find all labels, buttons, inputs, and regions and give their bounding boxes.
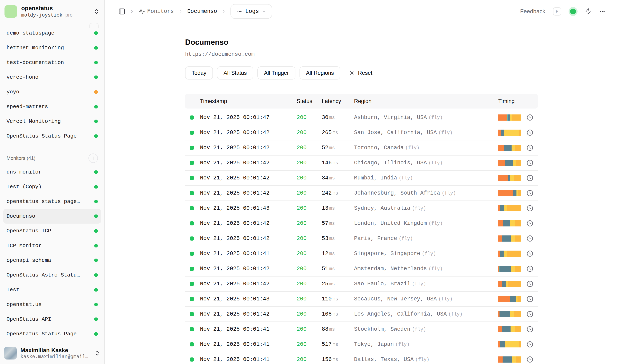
view-selector-logs[interactable]: Logs [231,4,272,19]
timing-bar[interactable] [498,160,521,166]
sidebar-item[interactable]: speed-matters [3,99,101,114]
timing-bar[interactable] [498,115,521,121]
table-row[interactable]: Nov 21, 2025 00:01:43 200 110ms Secaucus… [185,292,538,307]
timing-bar[interactable] [498,190,521,196]
add-monitor-button[interactable] [89,154,98,163]
timing-bar[interactable] [498,251,521,257]
status-cell: 200 [297,190,322,196]
table-row[interactable]: Nov 21, 2025 00:01:42 200 34ms Mumbai, I… [185,171,538,186]
workspace-switcher[interactable]: openstatus moldy-joystick pro [0,0,104,23]
sidebar-item[interactable]: OpenStatus Status Page [3,327,101,341]
timing-bar[interactable] [498,235,521,242]
col-region[interactable]: Region [354,98,498,104]
sidebar-item[interactable]: OpenStatus Astro Statu… [3,268,101,283]
clock-icon[interactable] [526,220,534,227]
timing-segment-ttfb [513,160,516,166]
sidebar-scrollbar[interactable] [89,23,99,28]
timing-bar[interactable] [498,281,521,287]
table-row[interactable]: Nov 21, 2025 00:01:42 200 146ms Chicago,… [185,156,538,171]
user-menu[interactable]: Maximilian Kaske kaske.maximilian@gmail… [0,342,104,364]
table-row[interactable]: Nov 21, 2025 00:01:42 200 25ms Sao Paulo… [185,276,538,292]
reset-filters-button[interactable]: Reset [345,66,377,79]
sidebar-item[interactable]: OpenStatus TCP [3,224,101,238]
sidebar-toggle-icon[interactable] [118,8,125,15]
clock-icon[interactable] [526,356,534,363]
timing-bar[interactable] [498,296,521,302]
sidebar-item[interactable]: Test [3,283,101,297]
filter-button[interactable]: All Trigger [258,66,296,79]
status-cell: 200 [297,115,322,121]
sidebar-item[interactable]: Test (Copy) [3,180,101,194]
filter-button[interactable]: All Status [217,66,253,79]
table-row[interactable]: Nov 21, 2025 00:01:42 200 53ms Paris, Fr… [185,231,538,246]
sidebar-item[interactable]: openstat.us [3,297,101,312]
clock-icon[interactable] [526,174,534,182]
sidebar-item[interactable]: yoyo [3,85,101,99]
clock-icon[interactable] [526,325,534,333]
clock-icon[interactable] [526,265,534,273]
timing-bar[interactable] [498,130,521,136]
timing-bar[interactable] [498,205,521,211]
clock-icon[interactable] [526,280,534,287]
timing-bar[interactable] [498,266,521,272]
clock-icon[interactable] [526,144,534,151]
sidebar-item[interactable]: test-documentation [3,55,101,70]
sidebar-item[interactable]: TCP Monitor [3,238,101,253]
feedback-button[interactable]: Feedback [520,8,545,15]
timing-bar[interactable] [498,175,521,181]
sidebar-item[interactable]: openapi schema [3,253,101,268]
table-row[interactable]: Nov 21, 2025 00:01:43 200 13ms Sydney, A… [185,201,538,216]
region-cell: Toronto, Canada(fly) [354,145,498,151]
breadcrumb-monitors[interactable]: Monitors [139,8,174,14]
filter-button[interactable]: All Regions [299,66,341,79]
col-timing[interactable]: Timing [498,98,538,104]
timing-bar[interactable] [498,326,521,332]
table-row[interactable]: Nov 21, 2025 00:01:42 200 51ms Amsterdam… [185,261,538,276]
sidebar-item[interactable]: openstatus status page… [3,194,101,209]
sidebar-item[interactable]: Documenso [3,209,101,224]
col-status[interactable]: Status [297,98,322,104]
clock-icon[interactable] [526,129,534,136]
table-row[interactable]: Nov 21, 2025 00:01:42 200 108ms Los Ange… [185,307,538,322]
timing-bar[interactable] [498,145,521,151]
clock-icon[interactable] [526,235,534,242]
table-row[interactable]: Nov 21, 2025 00:01:41 200 517ms Tokyo, J… [185,337,538,352]
breadcrumb-monitor-name[interactable]: Documenso [187,8,217,14]
timing-bar[interactable] [498,311,521,317]
table-row[interactable]: Nov 21, 2025 00:01:42 200 57ms London, U… [185,216,538,231]
clock-icon[interactable] [526,250,534,257]
clock-icon[interactable] [526,205,534,212]
table-row[interactable]: Nov 21, 2025 00:01:42 200 265ms San Jose… [185,125,538,140]
sidebar-item[interactable]: OpenStatus Status Page [3,129,101,143]
clock-icon[interactable] [526,189,534,197]
table-row[interactable]: Nov 21, 2025 00:01:41 200 88ms Stockholm… [185,322,538,337]
sidebar-item[interactable]: verce-hono [3,70,101,85]
table-row[interactable]: Nov 21, 2025 00:01:42 200 242ms Johannes… [185,186,538,201]
clock-icon[interactable] [526,311,534,318]
timing-bar[interactable] [498,220,521,226]
timing-bar[interactable] [498,356,521,363]
col-timestamp[interactable]: Timestamp [200,98,297,104]
table-row[interactable]: Nov 21, 2025 00:01:47 200 30ms Ashburn, … [185,110,538,125]
system-status-indicator[interactable] [570,9,576,14]
clock-icon[interactable] [526,114,534,121]
timing-bar[interactable] [498,341,521,348]
latency-cell: 52ms [322,145,354,151]
table-row[interactable]: Nov 21, 2025 00:01:41 200 156ms Dallas, … [185,352,538,364]
sidebar-item[interactable]: hetzner monitoring [3,40,101,55]
filter-button[interactable]: Today [185,66,213,79]
clock-icon[interactable] [526,159,534,167]
more-options-icon[interactable] [599,8,605,14]
timing-segment-dns [498,190,513,196]
region-cell: Amsterdam, Netherlands(fly) [354,266,498,272]
sidebar-item[interactable]: dns monitor [3,165,101,180]
table-row[interactable]: Nov 21, 2025 00:01:41 200 12ms Singapore… [185,246,538,261]
col-latency[interactable]: Latency [322,98,354,104]
sidebar-item[interactable]: Vercel Monitoring [3,114,101,129]
lightning-icon[interactable] [585,8,592,15]
sidebar-item[interactable]: demo-statuspage [3,26,101,40]
sidebar-item[interactable]: OpenStatus API [3,312,101,327]
table-row[interactable]: Nov 21, 2025 00:01:42 200 52ms Toronto, … [185,140,538,156]
clock-icon[interactable] [526,341,534,348]
clock-icon[interactable] [526,295,534,303]
